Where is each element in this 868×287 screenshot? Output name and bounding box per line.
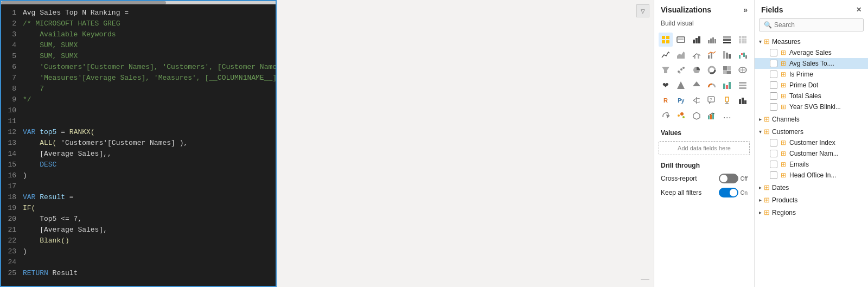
canvas-area: ▽ — <box>277 0 654 287</box>
viz-icon-donut[interactable] <box>705 63 719 77</box>
viz-icon-pie[interactable] <box>690 63 704 77</box>
tree-item-head-office[interactable]: ⊞ Head Office In... <box>755 170 868 181</box>
viz-expand-icon[interactable]: » <box>743 5 748 14</box>
viz-cross-report-toggle[interactable] <box>719 174 738 183</box>
svg-rect-54 <box>723 84 725 89</box>
svg-point-75 <box>680 112 684 116</box>
viz-icon-card[interactable] <box>674 33 688 47</box>
code-line: 6 'Customers'[Customer Names], 'Customer… <box>1 62 276 73</box>
viz-icon-more5[interactable]: … <box>720 109 734 123</box>
checkbox-average-sales[interactable] <box>770 49 777 56</box>
chevron-right-icon: ▸ <box>759 209 762 215</box>
checkbox-head-office[interactable] <box>770 171 777 179</box>
tree-item-customer-name[interactable]: ⊞ Customer Nam... <box>755 148 868 159</box>
viz-keep-filters-toggle[interactable] <box>719 188 738 197</box>
tree-item-avg-sales-to[interactable]: ⊞ Avg Sales To.... <box>755 58 868 69</box>
svg-rect-79 <box>710 114 712 119</box>
checkbox-customer-index[interactable] <box>770 139 777 146</box>
table-icon: ⊞ <box>764 115 770 123</box>
viz-icon-py-visual[interactable]: Py <box>674 93 688 107</box>
tree-item-is-prime[interactable]: ⊞ Is Prime <box>755 69 868 80</box>
viz-icon-shape[interactable] <box>674 78 688 92</box>
tree-item-prime-dot[interactable]: ⊞ Prime Dot <box>755 80 868 91</box>
tree-item-label: Customer Index <box>789 139 835 146</box>
fields-close-icon[interactable]: ✕ <box>856 6 861 14</box>
tree-section-regions-header[interactable]: ▸ ⊞ Regions <box>755 207 868 218</box>
code-editor[interactable]: 1Avg Sales Top N Ranking = 2/* MICROSOFT… <box>0 0 277 287</box>
tree-section-measures-header[interactable]: ▾ ⊞ Measures <box>755 36 868 47</box>
viz-icon-area[interactable] <box>674 48 688 62</box>
search-input[interactable] <box>774 21 859 29</box>
viz-icon-clustered-bar[interactable] <box>705 33 719 47</box>
tree-section-customers-label: Customers <box>772 128 803 136</box>
svg-rect-11 <box>712 37 714 43</box>
svg-rect-22 <box>739 41 741 43</box>
viz-icon-scatter[interactable] <box>674 63 688 77</box>
viz-icon-decomp[interactable] <box>690 93 704 107</box>
viz-icon-matrix[interactable] <box>736 33 750 47</box>
viz-icon-combo[interactable] <box>705 48 719 62</box>
tree-section-measures: ▾ ⊞ Measures ⊞ Average Sales ⊞ Avg Sales… <box>755 36 868 112</box>
svg-rect-8 <box>698 36 700 43</box>
viz-icon-ribbon[interactable] <box>720 48 734 62</box>
tree-item-average-sales[interactable]: ⊞ Average Sales <box>755 47 868 58</box>
checkbox-year-svg[interactable] <box>770 103 777 111</box>
code-line: 21 [Average Sales], <box>1 225 276 235</box>
tree-item-label: Is Prime <box>789 71 813 78</box>
viz-cross-report-label: Cross-report <box>661 175 697 182</box>
viz-icon-bar[interactable] <box>690 33 704 47</box>
code-line: 10 <box>1 105 276 116</box>
tree-item-customer-index[interactable]: ⊞ Customer Index <box>755 137 868 148</box>
tree-section-products-header[interactable]: ▸ ⊞ Products <box>755 194 868 206</box>
viz-icon-slicer[interactable] <box>736 78 750 92</box>
viz-icon-funnel[interactable] <box>659 63 673 77</box>
viz-icon-bookmark[interactable]: ❤ <box>659 78 673 92</box>
viz-icon-line[interactable] <box>659 48 673 62</box>
viz-icon-map[interactable] <box>736 63 750 77</box>
viz-icon-treemap[interactable] <box>720 63 734 77</box>
code-line: 12VAR top5 = RANKX( <box>1 127 276 138</box>
tree-section-dates-header[interactable]: ▸ ⊞ Dates <box>755 182 868 193</box>
tree-section-customers-header[interactable]: ▾ ⊞ Customers <box>755 126 868 137</box>
tree-item-total-sales[interactable]: ⊞ Total Sales <box>755 91 868 101</box>
measure-icon: ⊞ <box>781 103 786 111</box>
viz-icon-grid: ❤ R Py ? <box>654 30 754 125</box>
viz-icon-table[interactable] <box>659 33 673 47</box>
viz-icon-trophy[interactable] <box>720 93 734 107</box>
viz-icon-arrow[interactable] <box>690 78 704 92</box>
svg-rect-28 <box>708 55 710 59</box>
viz-icon-waterfall[interactable] <box>736 48 750 62</box>
svg-rect-27 <box>698 54 699 59</box>
viz-icon-more3[interactable] <box>690 109 704 123</box>
checkbox-emails[interactable] <box>770 161 777 168</box>
checkbox-prime-dot[interactable] <box>770 81 777 89</box>
viz-icon-kpi[interactable] <box>720 78 734 92</box>
viz-icon-r-visual[interactable]: R <box>659 93 673 107</box>
table-icon: ⊞ <box>764 183 770 192</box>
viz-icon-line-cluster[interactable] <box>690 48 704 62</box>
fields-search-box[interactable]: 🔍 <box>759 18 864 31</box>
fields-panel: Fields ✕ 🔍 ▾ ⊞ Measures ⊞ Average Sales … <box>754 0 868 287</box>
viz-icon-bar2[interactable] <box>736 93 750 107</box>
viz-icon-more1[interactable] <box>659 109 673 123</box>
tree-item-emails[interactable]: ⊞ Emails <box>755 159 868 170</box>
viz-icon-more4[interactable] <box>705 109 719 123</box>
viz-icon-100bar[interactable] <box>720 33 734 47</box>
viz-icon-gauge[interactable] <box>705 78 719 92</box>
svg-rect-59 <box>739 87 746 89</box>
viz-icon-qna[interactable]: ? <box>705 93 719 107</box>
tree-item-label: Head Office In... <box>789 171 837 179</box>
chevron-right-icon: ▸ <box>759 197 762 203</box>
checkbox-total-sales[interactable] <box>770 92 777 100</box>
checkbox-customer-name[interactable] <box>770 150 777 157</box>
code-line: 20 Top5 <= 7, <box>1 214 276 225</box>
checkbox-is-prime[interactable] <box>770 71 777 78</box>
collapse-button[interactable]: ▽ <box>636 4 649 17</box>
tree-section-measures-label: Measures <box>772 38 801 46</box>
tree-item-year-svg[interactable]: ⊞ Year SVG Blinki... <box>755 101 868 112</box>
checkbox-avg-sales-to[interactable] <box>770 60 777 67</box>
viz-add-field[interactable]: Add data fields here <box>659 141 750 155</box>
svg-rect-3 <box>666 40 669 43</box>
tree-section-channels-header[interactable]: ▸ ⊞ Channels <box>755 113 868 125</box>
viz-icon-more2[interactable] <box>674 109 688 123</box>
